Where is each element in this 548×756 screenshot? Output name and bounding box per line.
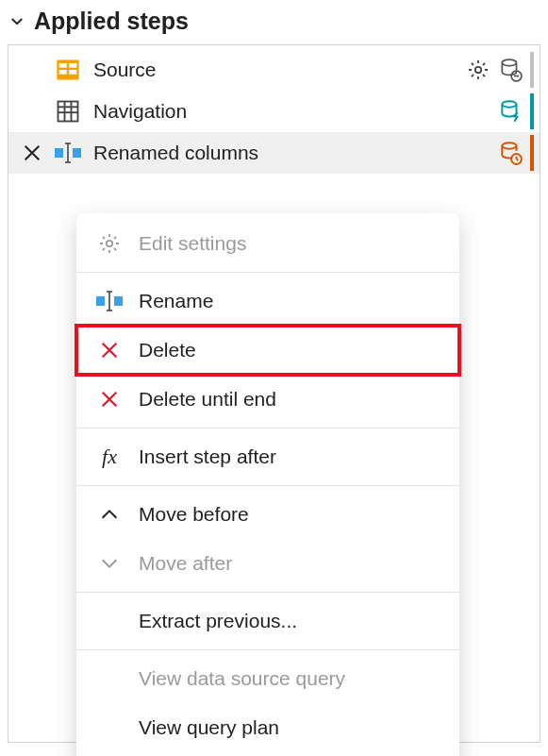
svg-rect-16 bbox=[73, 148, 81, 158]
database-remove-icon bbox=[496, 56, 524, 84]
step-context-menu: Edit settings Rename Delete Delete u bbox=[76, 213, 459, 756]
menu-separator bbox=[76, 272, 459, 273]
chevron-up-icon bbox=[93, 501, 125, 528]
svg-point-20 bbox=[502, 143, 516, 149]
section-title: Applied steps bbox=[34, 8, 189, 35]
x-icon bbox=[93, 337, 125, 363]
menu-delete-until-end[interactable]: Delete until end bbox=[76, 375, 459, 424]
menu-label: Edit settings bbox=[139, 232, 246, 255]
menu-rename[interactable]: Rename bbox=[76, 277, 459, 326]
svg-rect-9 bbox=[58, 102, 78, 122]
menu-label: View data source query bbox=[139, 667, 345, 690]
svg-rect-23 bbox=[96, 296, 105, 306]
table-source-icon bbox=[54, 56, 82, 84]
fx-icon: fx bbox=[93, 444, 125, 470]
chevron-down-icon bbox=[8, 12, 26, 31]
step-row[interactable]: Renamed columns bbox=[8, 132, 540, 174]
menu-separator bbox=[76, 485, 459, 486]
menu-label: Rename bbox=[139, 290, 213, 312]
menu-move-before[interactable]: Move before bbox=[76, 490, 459, 539]
step-label: Renamed columns bbox=[93, 142, 496, 164]
menu-label: Delete until end bbox=[139, 388, 276, 411]
applied-steps-list: Source Navigation bbox=[8, 44, 540, 743]
rename-column-icon bbox=[54, 139, 82, 167]
svg-point-22 bbox=[107, 241, 112, 246]
svg-rect-1 bbox=[59, 63, 67, 68]
svg-point-5 bbox=[475, 67, 481, 73]
database-bolt-icon bbox=[496, 97, 524, 126]
menu-move-after: Move after bbox=[76, 539, 459, 588]
svg-point-14 bbox=[502, 101, 516, 108]
svg-rect-2 bbox=[69, 63, 76, 68]
menu-insert-step-after[interactable]: fx Insert step after bbox=[76, 432, 459, 481]
x-icon bbox=[93, 386, 125, 412]
menu-separator bbox=[76, 428, 459, 428]
svg-rect-24 bbox=[114, 296, 123, 306]
chevron-down-icon bbox=[93, 550, 125, 577]
step-label: Source bbox=[93, 59, 464, 81]
menu-separator bbox=[76, 649, 459, 650]
menu-label: View query plan bbox=[139, 716, 279, 739]
section-header[interactable]: Applied steps bbox=[8, 4, 540, 44]
database-clock-icon bbox=[496, 139, 524, 167]
menu-label: Delete bbox=[139, 339, 196, 361]
menu-label: Move after bbox=[139, 552, 232, 575]
menu-extract-previous[interactable]: Extract previous... bbox=[76, 596, 459, 646]
step-marker bbox=[530, 93, 534, 129]
step-label: Navigation bbox=[93, 100, 496, 123]
step-row[interactable]: Navigation bbox=[8, 91, 540, 132]
table-outline-icon bbox=[54, 97, 82, 126]
step-marker bbox=[530, 135, 534, 171]
svg-point-6 bbox=[502, 59, 516, 65]
svg-rect-15 bbox=[55, 148, 63, 158]
delete-step-icon[interactable] bbox=[20, 141, 44, 165]
step-settings-icon[interactable] bbox=[464, 56, 492, 84]
menu-separator bbox=[76, 592, 459, 593]
menu-view-query-plan[interactable]: View query plan bbox=[76, 703, 459, 752]
menu-label: Extract previous... bbox=[139, 610, 297, 632]
menu-label: Insert step after bbox=[139, 445, 276, 468]
svg-rect-3 bbox=[59, 70, 67, 75]
step-row[interactable]: Source bbox=[8, 49, 540, 91]
gear-icon bbox=[93, 230, 125, 257]
menu-label: Move before bbox=[139, 503, 249, 526]
menu-properties[interactable]: Properties... bbox=[76, 752, 459, 756]
menu-edit-settings: Edit settings bbox=[76, 219, 459, 268]
rename-icon bbox=[93, 288, 125, 314]
step-marker bbox=[530, 52, 534, 88]
menu-delete[interactable]: Delete bbox=[76, 326, 459, 375]
svg-rect-4 bbox=[69, 70, 76, 75]
menu-view-data-source-query: View data source query bbox=[76, 654, 459, 703]
